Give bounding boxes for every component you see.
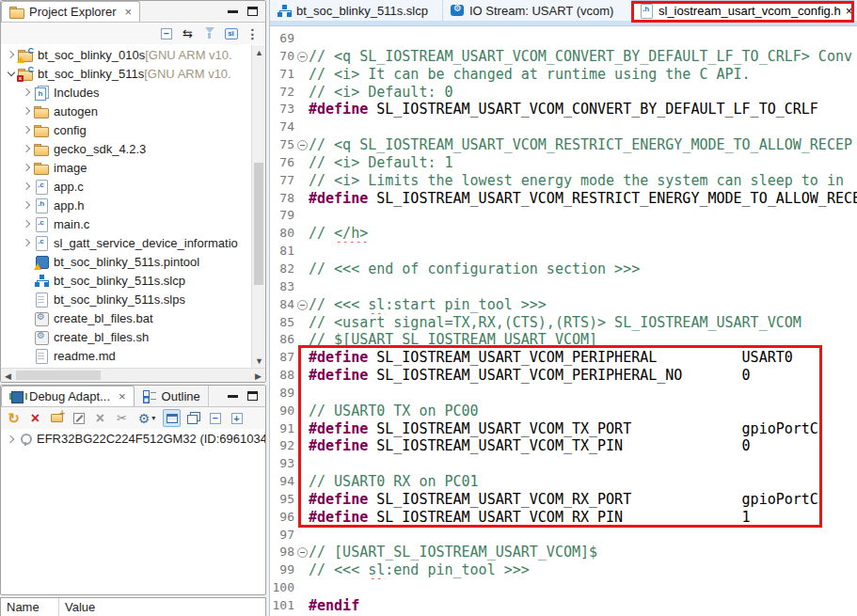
tree-item[interactable]: config <box>1 120 265 139</box>
tree-item[interactable]: readme.md <box>1 346 265 365</box>
remove-icon[interactable]: × <box>91 409 109 427</box>
collapse-all-icon[interactable]: − <box>157 24 175 42</box>
close-icon[interactable]: × <box>846 4 853 18</box>
fold-collapse-icon[interactable] <box>296 48 309 66</box>
scroll-left-icon[interactable]: ◀ <box>1 369 15 383</box>
tree-item-suffix: [GNU ARM v10. <box>145 48 231 62</box>
tree-item[interactable]: Cxbt_soc_blinky_511s [GNU ARM v10. <box>1 64 265 83</box>
editor-tab[interactable]: IO Stream: USART (vcom) <box>443 0 632 21</box>
code-line: 93 <box>270 455 857 473</box>
column-header-value[interactable]: Value <box>59 598 101 616</box>
chevron-right-icon[interactable] <box>21 86 34 99</box>
settings-icon[interactable]: ⚙▾ <box>135 409 159 427</box>
slcp-icon <box>277 4 292 18</box>
collapse-all2-icon[interactable]: − <box>206 409 224 427</box>
fold-spacer <box>296 349 309 367</box>
chevron-right-icon[interactable] <box>21 180 34 193</box>
code-viewport[interactable]: 6970// <q SL_IOSTREAM_USART_VCOM_CONVERT… <box>270 27 857 616</box>
fold-collapse-icon[interactable] <box>296 544 309 561</box>
code-line: 99// <<< sl:end pin_tool >>> <box>270 561 857 579</box>
editor-tab[interactable]: bt_soc_blinky_511s.slcp <box>270 0 443 21</box>
disconnect-icon[interactable]: × <box>26 409 44 427</box>
tree-item[interactable]: bt_soc_blinky_511s.slcp <box>1 271 265 290</box>
line-number: 81 <box>270 243 296 261</box>
fold-collapse-icon[interactable] <box>296 136 309 154</box>
scroll-down-icon[interactable]: ▼ <box>252 354 266 368</box>
chevron-right-icon[interactable] <box>21 142 34 155</box>
link-with-editor-icon[interactable]: ⇆ <box>179 24 197 42</box>
chevron-right-icon[interactable] <box>21 123 34 136</box>
view-layers-icon[interactable] <box>184 409 202 427</box>
chevron-right-icon[interactable] <box>21 161 34 174</box>
line-number: 91 <box>270 420 296 438</box>
chevron-right-icon[interactable] <box>21 236 34 249</box>
line-number: 101 <box>270 597 296 615</box>
close-icon[interactable]: × <box>124 5 132 19</box>
editor-tab[interactable]: sl_iostream_usart_vcom_config.h× <box>632 0 854 21</box>
tree-item[interactable]: create_bl_files.sh <box>1 327 265 346</box>
chevron-right-icon[interactable] <box>5 433 18 446</box>
code-segment: </h> <box>334 225 368 242</box>
maximize-icon[interactable] <box>247 391 258 401</box>
debug-adapter-row[interactable]: EFR32BG22C224F512GM32 (ID:69610348 <box>1 429 265 449</box>
tree-item[interactable]: create_bl_files.bat <box>1 308 265 327</box>
fold-collapse-icon[interactable] <box>296 296 309 314</box>
tree-item[interactable]: main.c <box>1 214 265 233</box>
tab-outline[interactable]: Outline <box>135 386 209 406</box>
tree-item-label: image <box>54 161 87 175</box>
fold-spacer <box>296 509 309 527</box>
project-tree-hscrollbar[interactable]: ◀ ▶ <box>1 368 265 382</box>
fold-spacer <box>296 385 309 403</box>
chevron-down-icon[interactable] <box>5 67 18 80</box>
tree-item[interactable]: app.h <box>1 196 265 214</box>
chevron-right-icon[interactable] <box>21 217 34 230</box>
tab-project-explorer[interactable]: Project Explorer × <box>1 1 140 22</box>
fold-spacer <box>296 172 309 190</box>
code-segment: #endif <box>309 597 359 614</box>
project-tree-vscrollbar[interactable]: ▲ ▼ <box>251 45 265 368</box>
tree-item[interactable]: app.c <box>1 177 265 196</box>
scroll-right-icon[interactable]: ▶ <box>251 369 265 383</box>
line-number: 84 <box>270 296 296 314</box>
chevron-right-icon[interactable] <box>5 48 18 61</box>
refresh-icon[interactable]: ↻ <box>5 409 23 427</box>
tree-item-label: gecko_sdk_4.2.3 <box>54 142 146 156</box>
view-menu-icon[interactable]: ⋮ <box>244 24 262 42</box>
line-number: 80 <box>270 225 296 243</box>
tools-icon[interactable]: ✂ <box>113 409 131 427</box>
filter-icon[interactable] <box>200 24 218 42</box>
chevron-right-icon[interactable] <box>21 198 34 212</box>
code-segment: sl <box>368 561 385 578</box>
tree-item[interactable]: gecko_sdk_4.2.3 <box>1 139 265 158</box>
code-segment: // USART0 TX on PC00 <box>309 403 479 419</box>
column-header-name[interactable]: Name <box>1 598 59 616</box>
scrollbar-thumb[interactable] <box>254 163 263 285</box>
minimize-icon[interactable] <box>228 394 238 398</box>
scroll-up-icon[interactable]: ▲ <box>252 45 266 59</box>
close-icon[interactable]: × <box>119 389 126 403</box>
fold-spacer <box>296 331 309 349</box>
fold-spacer <box>296 455 309 473</box>
tree-item[interactable]: Includes <box>1 83 265 102</box>
tree-item[interactable]: Cbt_soc_blinky_010s [GNU ARM v10. <box>1 45 265 64</box>
tree-item[interactable]: bt_soc_blinky_511s.slps <box>1 290 265 308</box>
edit-icon[interactable] <box>70 409 87 427</box>
chevron-right-icon[interactable] <box>21 104 34 118</box>
code-text: // <i> Limits the lowest energy mode the… <box>309 172 857 190</box>
code-segment: // <box>309 225 334 242</box>
tree-item[interactable]: autogen <box>1 102 265 120</box>
tree-item[interactable]: sl_gatt_service_device_informatio <box>1 233 265 252</box>
new-folder-icon[interactable] <box>48 409 66 427</box>
working-sets-icon[interactable]: si <box>222 24 240 42</box>
expand-all-icon[interactable]: + <box>228 409 246 427</box>
scrollbar-thumb[interactable] <box>16 371 101 380</box>
minimize-icon[interactable] <box>228 9 238 13</box>
tree-item[interactable]: bt_soc_blinky_511s.pintool <box>1 252 265 271</box>
line-number: 75 <box>270 136 296 154</box>
tree-item[interactable]: image <box>1 158 265 177</box>
view-table-icon[interactable] <box>163 409 181 427</box>
fold-spacer <box>296 154 309 172</box>
code-text: // <q SL_IOSTREAM_USART_VCOM_RESTRICT_EN… <box>309 136 857 154</box>
tab-debug-adapters[interactable]: Debug Adapt... × <box>1 386 135 406</box>
maximize-icon[interactable] <box>247 7 258 16</box>
